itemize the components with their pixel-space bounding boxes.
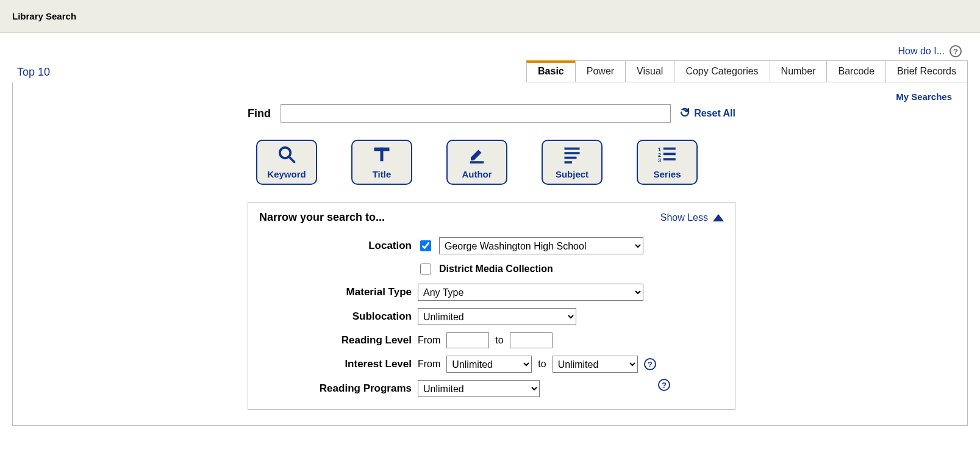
main-panel: My Searches Find Reset All	[12, 82, 968, 426]
narrow-title: Narrow your search to...	[259, 211, 385, 224]
title-button[interactable]: Title	[351, 140, 412, 185]
find-row: Find Reset All	[248, 104, 735, 123]
search-icon	[276, 145, 297, 165]
sublocation-label: Sublocation	[259, 310, 412, 323]
svg-rect-15	[663, 158, 676, 160]
svg-text:3: 3	[658, 157, 661, 163]
show-less-toggle[interactable]: Show Less	[660, 212, 724, 223]
reading-programs-help-icon[interactable]: ?	[658, 379, 670, 391]
location-row: Location George Washington High School	[259, 237, 724, 254]
page-header: Library Search	[0, 0, 980, 33]
tab-copy-categories[interactable]: Copy Categories	[674, 60, 769, 82]
material-type-label: Material Type	[259, 286, 412, 298]
sublocation-select[interactable]: Unlimited	[418, 308, 576, 325]
reading-level-from-input[interactable]	[446, 332, 489, 348]
location-label: Location	[259, 240, 412, 252]
utility-row: How do I... ?	[12, 33, 968, 61]
author-button[interactable]: Author	[446, 140, 507, 185]
reading-programs-label: Reading Programs	[259, 382, 412, 395]
search-area: Find Reset All K	[248, 104, 735, 410]
list-icon: 123	[657, 145, 678, 165]
subject-button[interactable]: Subject	[542, 140, 603, 185]
material-type-row: Material Type Any Type	[259, 284, 724, 301]
svg-marker-4	[471, 150, 482, 161]
reset-all-label: Reset All	[694, 108, 735, 119]
chevron-up-icon	[713, 214, 724, 221]
find-input[interactable]	[281, 104, 671, 123]
location-select[interactable]: George Washington High School	[439, 237, 643, 254]
tab-brief-records[interactable]: Brief Records	[885, 60, 968, 82]
reading-programs-row: Reading Programs Unlimited ?	[259, 380, 724, 397]
reading-level-row: Reading Level From to	[259, 332, 724, 348]
reading-level-to-input[interactable]	[510, 332, 553, 348]
svg-rect-6	[565, 148, 580, 150]
narrow-header: Narrow your search to... Show Less	[259, 211, 724, 224]
reading-level-label: Reading Level	[259, 334, 412, 346]
title-label: Title	[373, 169, 392, 179]
tab-number[interactable]: Number	[770, 60, 827, 82]
interest-level-to-select[interactable]: Unlimited	[553, 356, 638, 373]
tab-basic[interactable]: Basic	[526, 60, 575, 82]
title-icon	[371, 145, 392, 165]
svg-line-1	[289, 157, 295, 162]
series-label: Series	[653, 169, 681, 179]
district-media-checkbox[interactable]	[420, 264, 431, 274]
reading-level-to-label: to	[495, 335, 503, 346]
tab-power[interactable]: Power	[575, 60, 625, 82]
subject-label: Subject	[556, 169, 588, 179]
show-less-label: Show Less	[660, 212, 708, 223]
content: How do I... ? Top 10 Basic Power Visual …	[0, 33, 980, 441]
sublocation-row: Sublocation Unlimited	[259, 308, 724, 325]
svg-rect-13	[663, 153, 676, 156]
keyword-label: Keyword	[267, 169, 306, 179]
tab-visual[interactable]: Visual	[625, 60, 674, 82]
svg-rect-8	[565, 157, 577, 159]
page-title: Library Search	[12, 11, 76, 21]
district-media-row: District Media Collection	[259, 262, 724, 276]
keyword-button[interactable]: Keyword	[256, 140, 317, 185]
series-button[interactable]: 123 Series	[637, 140, 698, 185]
interest-level-label: Interest Level	[259, 358, 412, 370]
svg-rect-3	[381, 148, 384, 162]
svg-rect-11	[663, 148, 676, 150]
top-10-link[interactable]: Top 10	[12, 66, 50, 82]
reset-icon	[679, 107, 690, 120]
help-icon[interactable]: ?	[950, 45, 962, 57]
district-media-label: District Media Collection	[439, 264, 553, 274]
pencil-icon	[467, 145, 487, 165]
svg-rect-5	[470, 161, 484, 163]
search-type-buttons: Keyword Title Author	[256, 140, 735, 185]
reset-all-link[interactable]: Reset All	[679, 107, 735, 120]
tab-barcode[interactable]: Barcode	[826, 60, 885, 82]
my-searches-link[interactable]: My Searches	[28, 91, 952, 102]
how-do-i-link[interactable]: How do I...	[898, 46, 945, 57]
lines-icon	[562, 145, 582, 165]
interest-level-to-label: to	[538, 359, 546, 370]
author-label: Author	[462, 169, 492, 179]
top-row: Top 10 Basic Power Visual Copy Categorie…	[12, 61, 968, 82]
svg-rect-9	[565, 161, 573, 163]
narrow-form: Location George Washington High School	[259, 237, 724, 397]
reading-level-from-label: From	[418, 335, 440, 346]
interest-level-from-select[interactable]: Unlimited	[446, 356, 532, 373]
interest-level-help-icon[interactable]: ?	[644, 358, 656, 370]
material-type-select[interactable]: Any Type	[418, 284, 643, 301]
location-checkbox[interactable]	[420, 240, 431, 251]
interest-level-row: Interest Level From Unlimited to Unlimit…	[259, 356, 724, 373]
svg-rect-7	[565, 152, 580, 154]
find-label: Find	[248, 107, 272, 120]
reading-programs-select[interactable]: Unlimited	[418, 380, 540, 397]
tab-bar: Basic Power Visual Copy Categories Numbe…	[526, 60, 968, 82]
interest-level-from-label: From	[418, 359, 440, 370]
narrow-search-box: Narrow your search to... Show Less Locat…	[248, 202, 735, 410]
